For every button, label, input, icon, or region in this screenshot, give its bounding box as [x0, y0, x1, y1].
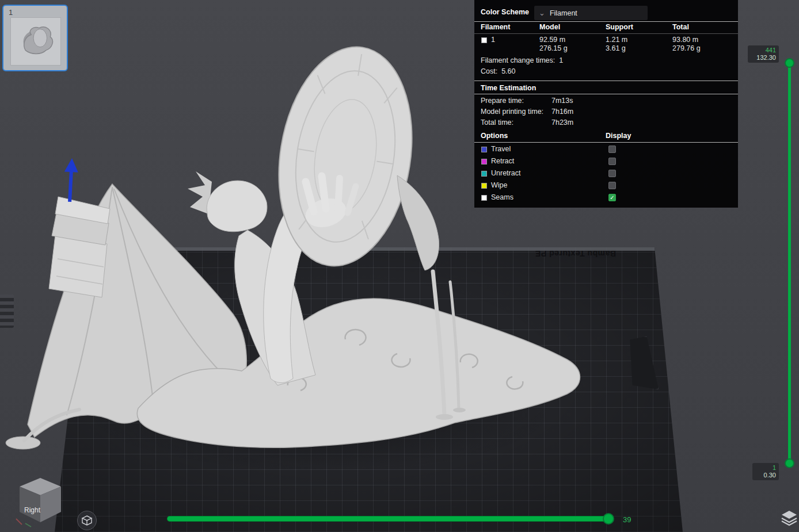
top-layer-number: 441 [751, 47, 776, 54]
layers-icon [781, 510, 798, 527]
chevron-down-icon: ⌄ [539, 10, 545, 16]
plate-thumbnail-image [10, 17, 61, 66]
z-axis-arrow-icon [60, 158, 82, 204]
step-slider-handle[interactable] [603, 513, 614, 525]
filament-swatch [481, 37, 487, 43]
model-printing-time-label: Model printing time: [481, 108, 543, 116]
gcode-view-button[interactable] [77, 511, 97, 530]
travel-swatch [481, 147, 487, 152]
model-length: 92.59 m [539, 36, 565, 44]
display-title: Display [606, 132, 631, 140]
step-slider-track[interactable] [167, 516, 610, 522]
view-cube-face-label: Right [24, 506, 40, 514]
wipe-checkbox[interactable]: ✓ [608, 182, 616, 189]
col-header-filament: Filament [481, 23, 510, 31]
layer-slider-top-handle[interactable] [785, 58, 794, 68]
model-weight: 276.15 g [539, 44, 568, 52]
filament-change-value: 1 [559, 56, 563, 64]
layer-slider-track[interactable] [788, 63, 791, 464]
retract-swatch [481, 159, 487, 164]
retract-label: Retract [491, 157, 514, 165]
slicer-preview-window: Bambu Textured PE [0, 0, 799, 532]
build-plate-notch [627, 336, 659, 389]
legend-panel: Color Scheme ⌄ Filament Filament Model S… [474, 0, 738, 208]
seams-swatch [481, 195, 487, 201]
travel-checkbox[interactable]: ✓ [608, 146, 616, 153]
color-scheme-label: Color Scheme [481, 8, 529, 16]
unretract-label: Unretract [491, 169, 520, 177]
unretract-swatch [481, 171, 487, 177]
layer-slider-bottom-badge: 1 0.30 [752, 463, 779, 480]
layers-view-button[interactable] [781, 510, 798, 527]
top-layer-height: 132.30 [751, 54, 776, 62]
options-title: Options [481, 132, 508, 140]
support-weight: 3.61 g [606, 44, 626, 52]
plate-thumbnail-number: 1 [9, 8, 13, 17]
model-printing-time-value: 7h16m [551, 108, 573, 116]
support-length: 1.21 m [606, 36, 627, 44]
color-scheme-value: Filament [550, 9, 577, 17]
prepare-time-value: 7m13s [551, 97, 573, 105]
travel-label: Travel [491, 145, 511, 153]
total-time-label: Total time: [481, 118, 513, 127]
unretract-checkbox[interactable]: ✓ [608, 170, 616, 177]
total-length: 93.80 m [672, 36, 698, 44]
prepare-time-label: Prepare time: [481, 97, 524, 105]
total-weight: 279.76 g [672, 44, 701, 52]
layer-slider-bottom-handle[interactable] [785, 458, 794, 468]
filament-id: 1 [491, 36, 495, 44]
seams-label: Seams [491, 193, 513, 201]
col-header-support: Support [606, 23, 633, 31]
time-estimation-title: Time Estimation [481, 84, 536, 92]
cube-icon [81, 515, 93, 526]
wipe-swatch [481, 183, 487, 189]
plate-thumbnail[interactable]: 1 [2, 5, 68, 71]
bottom-layer-height: 0.30 [755, 472, 776, 479]
retract-checkbox[interactable]: ✓ [608, 158, 616, 165]
filament-change-row: Filament change times: 1 [481, 56, 563, 64]
wipe-label: Wipe [491, 181, 507, 189]
col-header-total: Total [672, 23, 689, 31]
view-cube[interactable]: Right [13, 473, 67, 529]
layer-slider-top-badge: 441 132.30 [748, 45, 779, 63]
bottom-layer-number: 1 [755, 464, 776, 472]
total-time-value: 7h23m [551, 118, 573, 127]
col-header-model: Model [539, 23, 560, 31]
color-scheme-dropdown[interactable]: ⌄ Filament [534, 6, 648, 20]
step-slider-value: 39 [623, 515, 631, 524]
cost-row: Cost: 5.60 [481, 67, 515, 75]
cost-value: 5.60 [501, 67, 515, 75]
seams-checkbox[interactable]: ✓ [608, 194, 616, 201]
